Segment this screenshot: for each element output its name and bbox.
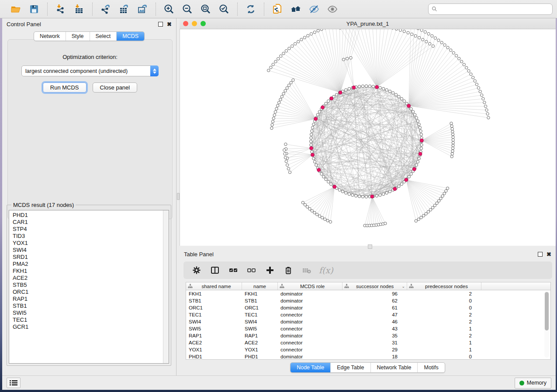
- import-network-icon: [55, 3, 66, 15]
- table-row[interactable]: PHD1PHD1dominator180: [186, 353, 550, 360]
- split-panel-icon: [211, 266, 219, 275]
- export-image-button[interactable]: [135, 2, 150, 16]
- close-panel-button[interactable]: Close panel: [93, 83, 138, 93]
- export-network-icon: [100, 3, 111, 15]
- export-table-button[interactable]: [116, 2, 132, 16]
- tab-select[interactable]: Select: [90, 32, 117, 41]
- table-row[interactable]: FKH1FKH1dominator962: [186, 290, 550, 297]
- mcds-result-item[interactable]: SWI4: [13, 247, 169, 254]
- show-panels-button[interactable]: [7, 378, 21, 388]
- hide-selected-icon: [308, 3, 320, 15]
- open-file-icon: [10, 3, 21, 15]
- status-bar: Memory: [2, 375, 556, 390]
- clear-selection-checkbox-button[interactable]: [246, 264, 258, 276]
- search-box[interactable]: [428, 3, 553, 15]
- table-toolbar: f(x): [183, 261, 552, 279]
- network-view[interactable]: [180, 29, 556, 246]
- import-table-button[interactable]: [71, 2, 87, 16]
- export-network-button[interactable]: [98, 2, 114, 16]
- memory-status-icon: [519, 381, 524, 385]
- table-tabs: Node TableEdge TableNetwork TableMotifs: [290, 362, 445, 373]
- mcds-result-item[interactable]: STB1: [13, 303, 169, 309]
- column-header-MCDS-role[interactable]: MCDS role: [278, 282, 343, 290]
- mcds-result-item[interactable]: PHD1: [13, 212, 169, 219]
- table-close-panel-icon[interactable]: ✖: [547, 252, 551, 257]
- column-header-successor-nodes[interactable]: successor nodes⌄: [343, 282, 407, 290]
- zoom-selected-button[interactable]: [216, 2, 232, 16]
- tab-motifs[interactable]: Motifs: [417, 363, 444, 372]
- table-row[interactable]: STB1STB1dominator620: [186, 297, 550, 304]
- column-header-shared-name[interactable]: shared name: [186, 282, 242, 290]
- save-session-button[interactable]: [26, 2, 42, 16]
- table-row[interactable]: RAP1RAP1dominator352: [186, 332, 550, 339]
- zoom-fit-button[interactable]: [198, 2, 214, 16]
- import-network-button[interactable]: [53, 2, 69, 16]
- mcds-result-item[interactable]: FKH1: [13, 268, 169, 275]
- mcds-result-item[interactable]: TEC1: [13, 316, 169, 323]
- mcds-result-item[interactable]: ORC1: [13, 289, 169, 296]
- mcds-result-item[interactable]: ACE2: [13, 275, 169, 282]
- table-row[interactable]: ORC1ORC1dominator610: [186, 304, 550, 311]
- mcds-result-item[interactable]: TID3: [13, 233, 169, 240]
- zoom-out-button[interactable]: [180, 2, 195, 16]
- criterion-select[interactable]: largest connected component (undirected): [21, 65, 159, 76]
- mcds-list-scrollbar[interactable]: [163, 210, 169, 363]
- first-neighbors-icon: [290, 3, 301, 15]
- mcds-result-item[interactable]: CAR1: [13, 219, 169, 226]
- table-row[interactable]: ACE2ACE2connector311: [186, 339, 550, 346]
- first-neighbors-button[interactable]: [288, 2, 304, 16]
- table-row[interactable]: SWI5SWI5connector431: [186, 325, 550, 332]
- mcds-result-item[interactable]: RAP1: [13, 296, 169, 303]
- refresh-layout-button[interactable]: [243, 2, 259, 16]
- vertical-splitter[interactable]: [176, 18, 180, 375]
- table-scrollbar[interactable]: [544, 291, 549, 358]
- close-panel-icon[interactable]: ✖: [167, 22, 172, 27]
- float-panel-icon[interactable]: [158, 22, 163, 27]
- tab-node-table[interactable]: Node Table: [291, 363, 330, 372]
- network-graph[interactable]: [180, 29, 556, 246]
- delete-table-button: [301, 264, 313, 276]
- table-row[interactable]: SWI4SWI4dominator462: [186, 318, 550, 325]
- control-panel: Control Panel ✖ NetworkStyleSelectMCDS O…: [2, 18, 176, 375]
- zoom-in-button[interactable]: [161, 2, 177, 16]
- delete-column-button[interactable]: [282, 264, 294, 276]
- column-header-name[interactable]: name: [242, 282, 278, 290]
- mcds-result-item[interactable]: PMA2: [13, 261, 169, 268]
- mcds-result-item[interactable]: STB5: [13, 282, 169, 289]
- tab-style[interactable]: Style: [66, 32, 90, 41]
- network-window-titlebar[interactable]: YPA_prune.txt_1: [180, 18, 556, 29]
- mcds-result-item[interactable]: SWI5: [13, 309, 169, 316]
- table-float-panel-icon[interactable]: [538, 252, 543, 257]
- tab-edge-table[interactable]: Edge Table: [330, 363, 370, 372]
- table-row[interactable]: TEC1TEC1connector472: [186, 311, 550, 318]
- open-file-button[interactable]: [8, 2, 24, 16]
- duplicate-network-button[interactable]: [270, 2, 285, 16]
- hide-selected-button[interactable]: [306, 2, 322, 16]
- mcds-result-list[interactable]: PHD1CAR1STP4TID3YOX1SWI4SRD1PMA2FKH1ACE2…: [9, 210, 169, 364]
- select-all-checkbox-button[interactable]: [227, 264, 239, 276]
- show-all-button[interactable]: [325, 2, 340, 16]
- split-panel-button[interactable]: [209, 264, 221, 276]
- tab-mcds[interactable]: MCDS: [116, 32, 144, 41]
- zoom-in-icon: [163, 3, 175, 15]
- mcds-result-item[interactable]: YOX1: [13, 240, 169, 247]
- node-table[interactable]: shared namenameMCDS rolesuccessor nodes⌄…: [186, 282, 551, 360]
- zoom-out-icon: [182, 3, 193, 15]
- table-row[interactable]: YOX1YOX1connector291: [186, 346, 550, 353]
- memory-label: Memory: [527, 380, 547, 386]
- gear-icon: [192, 266, 201, 275]
- tab-network[interactable]: Network: [34, 32, 66, 41]
- mcds-result-item[interactable]: GCR1: [13, 323, 169, 330]
- column-header-predecessor-nodes[interactable]: predecessor nodes: [407, 282, 481, 290]
- mcds-result-item[interactable]: SRD1: [13, 254, 169, 261]
- mcds-result-item[interactable]: STP4: [13, 226, 169, 233]
- search-input[interactable]: [439, 6, 549, 12]
- gear-button[interactable]: [190, 264, 203, 276]
- memory-button[interactable]: Memory: [515, 378, 551, 389]
- delete-column-icon: [284, 266, 293, 275]
- table-scrollbar-thumb[interactable]: [545, 292, 549, 330]
- add-column-button[interactable]: [264, 264, 276, 276]
- run-mcds-button[interactable]: Run MCDS: [43, 83, 86, 93]
- tab-network-table[interactable]: Network Table: [370, 363, 418, 372]
- function-builder-button: f(x): [319, 264, 333, 276]
